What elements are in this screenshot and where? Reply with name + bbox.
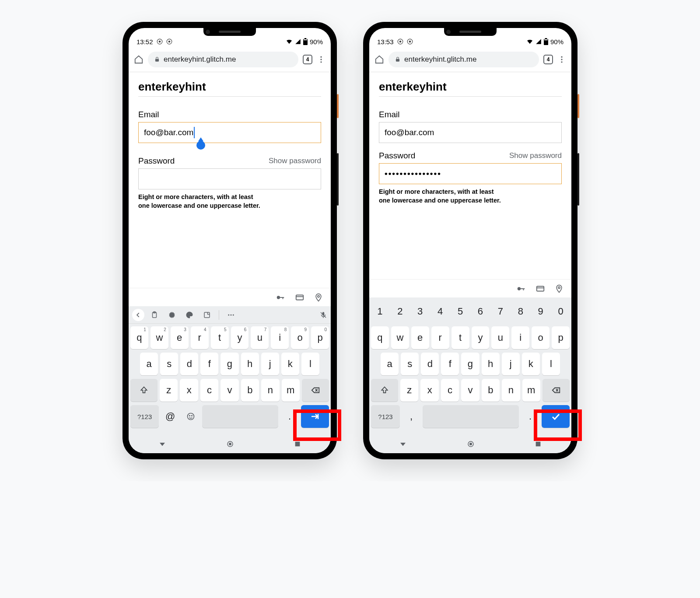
symbols-key[interactable]: ?123 (371, 405, 400, 428)
key-o[interactable]: o9 (291, 326, 309, 349)
card-icon[interactable] (295, 293, 304, 302)
key-b[interactable]: b (482, 379, 500, 402)
shift-key[interactable] (130, 379, 158, 402)
key-h[interactable]: h (241, 353, 259, 375)
key-g[interactable]: g (461, 353, 479, 375)
mic-off-icon[interactable] (319, 311, 327, 319)
sticker-icon[interactable] (203, 311, 211, 319)
key-t[interactable]: t5 (211, 326, 229, 349)
at-key[interactable]: @ (161, 405, 179, 428)
key-j[interactable]: j (502, 353, 520, 375)
nav-recent-icon[interactable] (294, 441, 301, 448)
email-field[interactable]: foo@bar.com (379, 122, 562, 143)
key-m[interactable]: m (522, 379, 540, 402)
password-field[interactable] (138, 168, 321, 189)
volume-button[interactable] (337, 153, 339, 206)
key-z[interactable]: z (400, 379, 418, 402)
palette-icon[interactable] (186, 311, 193, 319)
backspace-key[interactable] (302, 379, 329, 402)
menu-icon[interactable] (557, 55, 566, 64)
key-2[interactable]: 2 (391, 300, 409, 323)
location-icon[interactable] (314, 293, 323, 302)
gear-icon[interactable] (168, 311, 176, 319)
key-n[interactable]: n (261, 379, 279, 402)
key-3[interactable]: 3 (411, 300, 429, 323)
nav-home-icon[interactable] (467, 440, 475, 448)
address-bar[interactable]: enterkeyhint.glitch.me (148, 52, 298, 67)
nav-back-icon[interactable] (399, 440, 407, 448)
key-v[interactable]: v (220, 379, 238, 402)
period-key[interactable]: . (521, 405, 539, 428)
key-y[interactable]: y6 (231, 326, 249, 349)
clipboard-icon[interactable] (150, 311, 158, 319)
key-q[interactable]: q1 (130, 326, 148, 349)
key-w[interactable]: w (391, 326, 409, 349)
key-u[interactable]: u7 (251, 326, 269, 349)
key-o[interactable]: o (532, 326, 550, 349)
tab-switcher[interactable]: 4 (303, 55, 312, 64)
key-r[interactable]: r4 (191, 326, 209, 349)
key-8[interactable]: 8 (511, 300, 529, 323)
key-d[interactable]: d (421, 353, 439, 375)
key-t[interactable]: t (452, 326, 469, 349)
home-icon[interactable] (134, 55, 144, 64)
key-r[interactable]: r (431, 326, 449, 349)
caret-handle-icon[interactable] (196, 141, 205, 150)
key-y[interactable]: y (472, 326, 490, 349)
key-c[interactable]: c (441, 379, 459, 402)
show-password-toggle[interactable]: Show password (269, 157, 321, 165)
key-q[interactable]: q (371, 326, 389, 349)
key-u[interactable]: u (491, 326, 509, 349)
key-d[interactable]: d (180, 353, 198, 375)
card-icon[interactable] (536, 284, 545, 294)
address-bar[interactable]: enterkeyhint.glitch.me (388, 52, 539, 67)
back-icon[interactable] (132, 309, 144, 321)
symbols-key[interactable]: ?123 (130, 405, 159, 428)
backspace-key[interactable] (542, 379, 570, 402)
key-f[interactable]: f (200, 353, 218, 375)
key-s[interactable]: s (160, 353, 178, 375)
key-i[interactable]: i (511, 326, 529, 349)
enter-next-key[interactable] (301, 405, 329, 428)
menu-icon[interactable] (317, 55, 326, 64)
key-g[interactable]: g (220, 353, 238, 375)
key-5[interactable]: 5 (452, 300, 469, 323)
period-key[interactable]: . (280, 405, 299, 428)
nav-back-icon[interactable] (158, 440, 166, 448)
key-a[interactable]: a (140, 353, 158, 375)
key-z[interactable]: z (160, 379, 178, 402)
key-e[interactable]: e (411, 326, 429, 349)
power-button[interactable] (337, 94, 339, 118)
key-l[interactable]: l (542, 353, 560, 375)
nav-home-icon[interactable] (226, 440, 234, 448)
nav-recent-icon[interactable] (535, 441, 542, 448)
key-k[interactable]: k (522, 353, 540, 375)
show-password-toggle[interactable]: Show password (509, 151, 562, 160)
key-0[interactable]: 0 (552, 300, 570, 323)
shift-key[interactable] (371, 379, 398, 402)
space-key[interactable] (202, 405, 278, 428)
power-button[interactable] (578, 94, 579, 118)
location-icon[interactable] (555, 284, 564, 293)
key-6[interactable]: 6 (472, 300, 490, 323)
space-key[interactable] (423, 405, 519, 428)
key-j[interactable]: j (261, 353, 279, 375)
key-x[interactable]: x (420, 379, 438, 402)
key-b[interactable]: b (241, 379, 259, 402)
key-n[interactable]: n (502, 379, 520, 402)
key-v[interactable]: v (461, 379, 479, 402)
key-e[interactable]: e3 (171, 326, 189, 349)
key-k[interactable]: k (281, 353, 299, 375)
key-p[interactable]: p (552, 326, 570, 349)
key-1[interactable]: 1 (371, 300, 389, 323)
emoji-key[interactable] (182, 405, 200, 428)
key-w[interactable]: w2 (150, 326, 168, 349)
key-7[interactable]: 7 (491, 300, 509, 323)
volume-button[interactable] (578, 153, 579, 206)
password-key-icon[interactable] (516, 284, 526, 294)
home-icon[interactable] (374, 55, 384, 64)
key-9[interactable]: 9 (532, 300, 550, 323)
key-c[interactable]: c (200, 379, 218, 402)
key-4[interactable]: 4 (431, 300, 449, 323)
tab-switcher[interactable]: 4 (543, 55, 553, 64)
